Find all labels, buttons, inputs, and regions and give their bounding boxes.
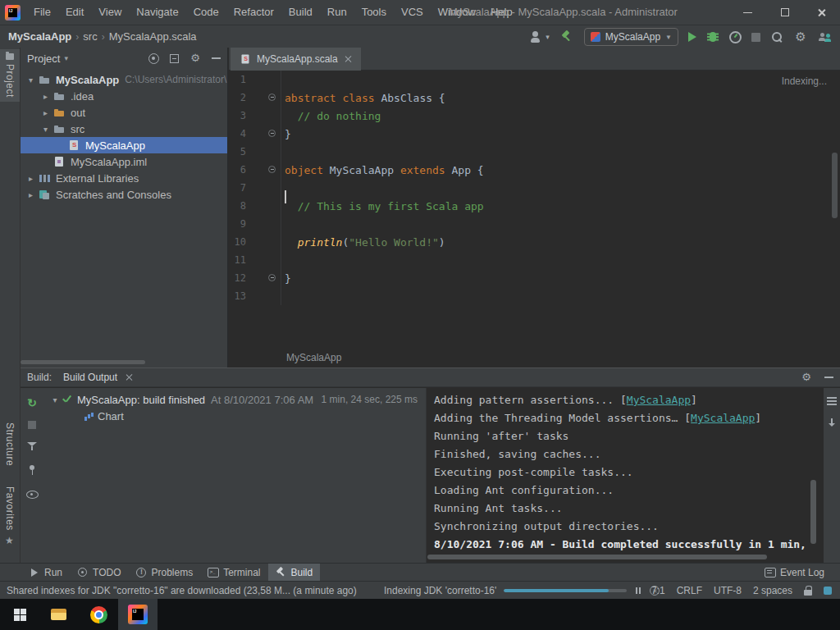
menu-file[interactable]: File [26,0,58,25]
inspect-icon[interactable] [25,487,39,500]
indent-widget[interactable]: 2 spaces [753,585,792,596]
caret-position-widget[interactable]: 7:1 [651,585,665,596]
toolwindow-button-run[interactable]: Run [21,564,70,582]
fold-icon[interactable] [268,130,276,137]
build-hide-icon[interactable] [824,377,833,378]
tree-expand-icon[interactable] [24,174,38,183]
user-icon[interactable] [528,30,543,44]
console-link[interactable]: MyScalaApp [691,412,755,424]
toolwindow-button-build[interactable]: Build [268,564,321,582]
run-button[interactable] [688,32,696,42]
start-button[interactable] [0,599,39,630]
filter-icon[interactable] [25,440,39,453]
tree-item-scratches-and-consoles[interactable]: Scratches and Consoles [21,186,227,203]
menu-edit[interactable]: Edit [58,0,91,25]
tree-item-myscalaapp[interactable]: MyScalaApp [21,137,227,153]
stop-button[interactable] [751,33,760,42]
tree-item-myscalaapp[interactable]: MyScalaAppC:\Users\Administrator\Int [21,71,227,88]
tree-item-out[interactable]: out [21,104,227,121]
toolwindow-button-todo[interactable]: TODO [70,564,128,582]
menu-view[interactable]: View [91,0,129,25]
profiler-button[interactable] [729,31,742,43]
line-separator-widget[interactable]: CRLF [677,585,702,596]
editor-tab-myscalaapp[interactable]: MyScalaApp.scala [231,48,361,71]
tree-collapse-icon[interactable] [48,395,62,404]
build-settings-icon[interactable] [801,372,812,383]
scroll-to-end-icon[interactable] [826,418,838,429]
menu-navigate[interactable]: Navigate [129,0,185,25]
soft-wrap-icon[interactable] [826,395,838,407]
close-button[interactable] [803,0,840,25]
tree-collapse-icon[interactable] [24,75,38,84]
debug-button[interactable] [706,30,719,43]
tree-item-src[interactable]: src [21,121,227,137]
menu-refactor[interactable]: Refactor [226,0,281,25]
tree-expand-icon[interactable] [39,108,52,117]
stripe-project-button[interactable]: Project [0,49,20,102]
search-icon[interactable] [770,30,783,43]
pin-icon[interactable] [25,463,39,477]
console-link[interactable]: MyScalaApp [627,394,691,406]
breadcrumb-item-myscalaapp[interactable]: MyScalaApp [8,30,71,43]
project-settings-icon[interactable] [189,52,201,64]
tab-close-icon[interactable] [345,55,353,63]
background-tasks-icon[interactable] [824,587,832,595]
build-tree-root-row[interactable]: MyScalaApp: build finished At 8/10/2021 … [43,391,426,408]
menu-tools[interactable]: Tools [354,0,394,25]
stop-build-icon[interactable] [28,421,36,429]
maximize-button[interactable] [766,0,803,25]
stripe-structure-button[interactable]: Structure [0,418,20,470]
toolwindow-button-terminal[interactable]: Terminal [200,564,267,582]
locate-file-icon[interactable] [148,53,159,64]
tree-item-myscalaapp-iml[interactable]: MyScalaApp.iml [21,153,227,170]
editor[interactable]: 12abstract class AbsClass {3 // do nothi… [229,71,840,348]
code-token: "Hello World!" [349,236,439,249]
pause-icon[interactable] [634,587,642,595]
encoding-widget[interactable]: UTF-8 [714,585,742,596]
project-horizontal-scrollbar[interactable] [21,360,145,364]
rerun-build-icon[interactable] [25,396,39,409]
tree-item-external-libraries[interactable]: External Libraries [21,170,227,186]
run-config-select[interactable]: MyScalaApp [584,28,678,46]
settings-icon[interactable] [793,30,808,44]
build-tab-close-icon[interactable] [125,373,133,381]
file-explorer-button[interactable] [39,599,79,630]
build-output-tab[interactable]: Build Output [60,368,136,387]
console-vertical-scrollbar[interactable] [810,480,816,544]
favorites-star-icon[interactable] [5,535,14,546]
breadcrumb-item-src[interactable]: src [83,30,97,43]
status-message[interactable]: Shared indexes for JDK "corretto-16" are… [7,582,357,600]
breadcrumb-item-myscalaapp-scala[interactable]: MyScalaApp.scala [109,30,197,43]
menu-vcs[interactable]: VCS [394,0,431,25]
editor-breadcrumb-bar: MyScalaApp [229,348,840,368]
build-project-button[interactable] [559,30,574,44]
toolwindow-button-problems[interactable]: Problems [128,564,200,582]
chrome-button[interactable] [79,599,118,630]
intellij-taskbar-button[interactable] [118,599,158,630]
tree-expand-icon[interactable] [39,92,52,101]
project-view-title[interactable]: Project [27,52,60,65]
editor-scrollbar[interactable] [832,153,838,218]
tree-item-idea[interactable]: .idea [21,88,227,104]
fold-icon[interactable] [268,166,276,173]
hide-panel-icon[interactable] [212,57,221,59]
tree-collapse-icon[interactable] [39,125,52,134]
build-console[interactable]: Adding pattern assertions... [MyScalaApp… [426,388,824,563]
menu-run[interactable]: Run [320,0,354,25]
editor-breadcrumb-item[interactable]: MyScalaApp [286,352,341,363]
minimize-button[interactable] [729,0,766,25]
console-horizontal-scrollbar[interactable] [427,555,767,559]
toolwindow-button-event-log[interactable]: Event Log [757,564,832,582]
code-with-me-icon[interactable] [818,30,833,43]
fold-icon[interactable] [268,94,276,101]
tree-item-label: External Libraries [56,172,139,185]
menu-code[interactable]: Code [186,0,226,25]
build-tree-chart-row[interactable]: Chart [43,408,426,424]
lock-icon[interactable] [804,586,812,596]
chevron-down-icon[interactable] [64,54,68,62]
collapse-all-icon[interactable] [170,54,179,63]
stripe-favorites-button[interactable]: Favorites [0,482,20,535]
menu-build[interactable]: Build [281,0,320,25]
tree-expand-icon[interactable] [24,190,38,199]
fold-icon[interactable] [268,274,276,281]
